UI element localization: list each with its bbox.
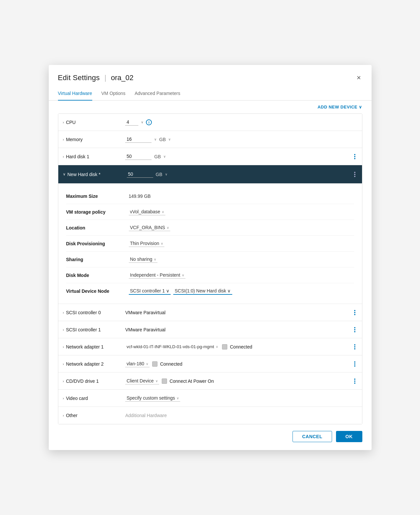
location-row: Location VCF_ORA_BINS ∨ — [66, 220, 354, 236]
ok-button[interactable]: OK — [336, 431, 362, 442]
net-2-chevron-icon: ∨ — [146, 362, 148, 366]
scsi-0-expand-icon[interactable]: › — [63, 311, 64, 315]
cancel-button[interactable]: CANCEL — [293, 431, 332, 442]
new-hard-disk-unit: GB — [156, 172, 162, 177]
dialog-header: Edit Settings | ora_02 × — [49, 65, 372, 83]
title-group: Edit Settings | ora_02 — [58, 74, 134, 82]
new-hard-disk-actions — [349, 170, 357, 178]
net-1-network-dropdown[interactable]: vcf-wkld-01-IT-INF-WKLD-01-vds-01-pg-mgm… — [125, 344, 219, 350]
disk-provisioning-dropdown[interactable]: Thin Provision ∨ — [129, 240, 165, 247]
hard-disk-1-unit-chevron-icon[interactable]: ∨ — [163, 155, 166, 158]
dialog-footer: CANCEL OK — [49, 424, 372, 450]
net-1-menu-button[interactable] — [352, 343, 357, 351]
disk-mode-row: Disk Mode Independent - Persistent ∨ — [66, 267, 354, 283]
new-hard-disk-expand-icon[interactable]: ∨ — [63, 172, 66, 176]
title-separator: | — [104, 74, 106, 82]
other-row: › Other Additional Hardware — [58, 407, 362, 424]
tab-virtual-hardware[interactable]: Virtual Hardware — [58, 87, 92, 101]
cpu-info-icon[interactable]: i — [146, 119, 152, 125]
net-2-network-dropdown[interactable]: vlan-180 ∨ — [125, 360, 150, 367]
network-adapter-2-row: › Network adapter 2 vlan-180 ∨ Connected — [58, 355, 362, 373]
video-card-expand-icon[interactable]: › — [63, 396, 64, 400]
net-1-expand-icon[interactable]: › — [63, 345, 64, 349]
dialog-title: Edit Settings — [58, 74, 100, 82]
scsi-1-menu-button[interactable] — [352, 326, 357, 334]
location-dropdown[interactable]: VCF_ORA_BINS ∨ — [129, 224, 171, 231]
net-2-connected-label: Connected — [160, 361, 182, 367]
new-hard-disk-input[interactable] — [127, 171, 153, 178]
edit-settings-dialog: Edit Settings | ora_02 × Virtual Hardwar… — [49, 65, 372, 450]
net-2-value: vlan-180 ∨ Connected — [125, 360, 349, 367]
close-button[interactable]: × — [355, 73, 362, 83]
tab-bar: Virtual Hardware VM Options Advanced Par… — [49, 87, 372, 101]
vm-name: ora_02 — [111, 74, 134, 82]
cd-dvd-expand-icon[interactable]: › — [63, 379, 64, 383]
disk-provisioning-label: Disk Provisioning — [66, 241, 129, 246]
cd-dvd-power-label: Connect At Power On — [170, 379, 214, 384]
new-hard-disk-menu-button[interactable] — [352, 170, 357, 178]
vm-storage-policy-dropdown[interactable]: vVol_database ∨ — [129, 208, 166, 215]
disk-mode-label: Disk Mode — [66, 273, 129, 278]
memory-unit-chevron-icon[interactable]: ∨ — [168, 137, 171, 141]
scsi-controller-0-row: › SCSI controller 0 VMware Paravirtual — [58, 304, 362, 321]
sharing-dropdown[interactable]: No sharing ∨ — [129, 256, 158, 263]
cd-dvd-menu-button[interactable] — [352, 377, 357, 385]
sharing-chevron-icon: ∨ — [154, 258, 156, 261]
disk-mode-dropdown[interactable]: Independent - Persistent ∨ — [129, 272, 186, 279]
disk-provisioning-row: Disk Provisioning Thin Provision ∨ — [66, 236, 354, 252]
toolbar: ADD NEW DEVICE ∨ — [49, 101, 372, 113]
memory-input[interactable] — [125, 136, 152, 143]
video-card-value: Specify custom settings ∨ — [125, 395, 357, 402]
scsi-0-menu-button[interactable] — [352, 309, 357, 317]
hard-disk-1-value: GB ∨ — [125, 153, 349, 160]
scsi-controller-1-row: › SCSI controller 1 VMware Paravirtual — [58, 321, 362, 338]
add-new-device-button[interactable]: ADD NEW DEVICE ∨ — [318, 105, 362, 109]
cd-dvd-power-checkbox[interactable] — [162, 379, 167, 384]
tab-vm-options[interactable]: VM Options — [101, 87, 126, 101]
scsi-slot-dropdown[interactable]: SCSI(1:0) New Hard disk ∨ — [173, 288, 232, 295]
cpu-chevron-icon[interactable]: ∨ — [141, 120, 143, 124]
net-2-label: Network adapter 2 — [66, 361, 125, 367]
net-2-expand-icon[interactable]: › — [63, 362, 64, 366]
cpu-expand-icon[interactable]: › — [63, 120, 64, 124]
cpu-input[interactable] — [125, 119, 138, 126]
tab-advanced-parameters[interactable]: Advanced Parameters — [135, 87, 181, 101]
new-hard-disk-unit-chevron-icon[interactable]: ∨ — [165, 172, 167, 176]
scsi-1-actions — [349, 326, 357, 334]
hard-disk-1-menu-button[interactable] — [352, 153, 357, 161]
scsi-controller-dropdown[interactable]: SCSI controller 1 ∨ — [129, 288, 171, 295]
memory-expand-icon[interactable]: › — [63, 137, 64, 141]
scsi-1-expand-icon[interactable]: › — [63, 328, 64, 332]
hard-disk-1-expand-icon[interactable]: › — [63, 155, 64, 159]
cd-dvd-value: Client Device ∨ Connect At Power On — [125, 378, 349, 384]
net-2-menu-button[interactable] — [352, 360, 357, 368]
disk-provisioning-value: Thin Provision ∨ — [129, 240, 354, 247]
cd-dvd-chevron-icon: ∨ — [155, 379, 158, 383]
virtual-device-node-value: SCSI controller 1 ∨ SCSI(1:0) New Hard d… — [129, 288, 354, 295]
vm-storage-policy-label: VM storage policy — [66, 209, 129, 215]
cd-dvd-type-dropdown[interactable]: Client Device ∨ — [125, 378, 159, 384]
new-hard-disk-value: GB ∨ — [127, 171, 349, 178]
disk-provisioning-chevron-icon: ∨ — [161, 242, 163, 245]
net-1-chevron-icon: ∨ — [216, 345, 218, 348]
virtual-device-node-row: Virtual Device Node SCSI controller 1 ∨ … — [66, 283, 354, 299]
video-card-dropdown[interactable]: Specify custom settings ∨ — [125, 395, 180, 402]
memory-unit: GB — [159, 137, 166, 142]
net-1-actions — [349, 343, 357, 351]
cpu-label: CPU — [66, 120, 125, 125]
max-size-label: Maximum Size — [66, 194, 129, 199]
memory-chevron-icon[interactable]: ∨ — [154, 137, 156, 141]
cd-dvd-row: › CD/DVD drive 1 Client Device ∨ Connect… — [58, 373, 362, 390]
scsi-0-value: VMware Paravirtual — [125, 310, 349, 315]
main-content: › CPU ∨ i › Memory ∨ GB ∨ — [49, 113, 372, 424]
net-1-connected-checkbox[interactable] — [222, 344, 227, 349]
sharing-value: No sharing ∨ — [129, 256, 354, 263]
other-expand-icon[interactable]: › — [63, 413, 64, 417]
net-1-connected-label: Connected — [230, 344, 252, 349]
video-card-label: Video card — [66, 396, 125, 401]
new-hard-disk-label: New Hard disk * — [68, 172, 127, 177]
hard-disk-1-input[interactable] — [125, 153, 152, 160]
net-2-connected-checkbox[interactable] — [152, 361, 157, 367]
net-1-value: vcf-wkld-01-IT-INF-WKLD-01-vds-01-pg-mgm… — [125, 344, 349, 350]
scsi-1-label: SCSI controller 1 — [66, 327, 125, 332]
